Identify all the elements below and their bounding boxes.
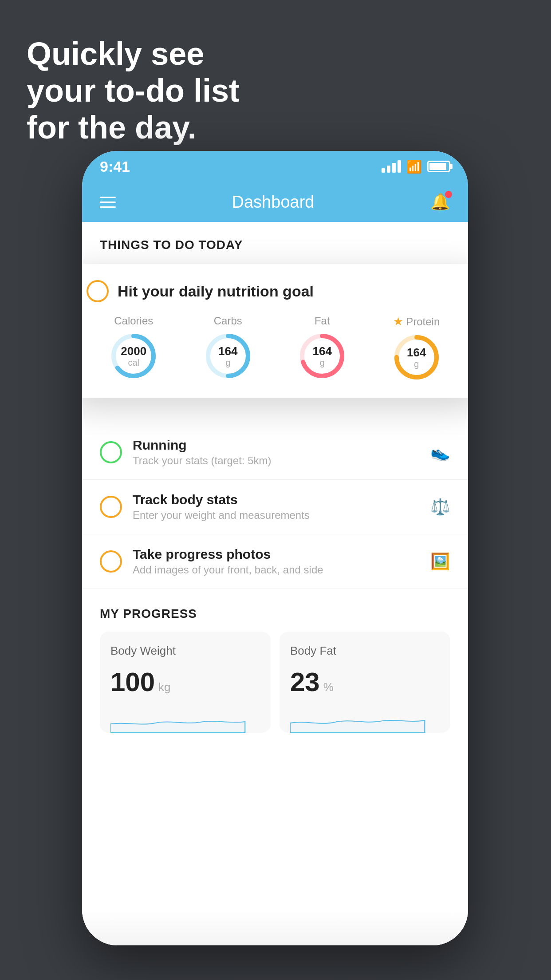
battery-icon [427,161,450,172]
body-fat-number: 23 [290,667,320,697]
body-weight-unit: kg [158,680,170,694]
todo-item-running[interactable]: Running Track your stats (target: 5km) 👟 [82,425,468,480]
calories-unit: cal [121,357,146,367]
nutrition-card-title: Hit your daily nutrition goal [118,283,314,300]
bottom-fade [82,910,468,945]
protein-label-row: ★ Protein [393,315,440,328]
body-stats-subtitle: Enter your weight and measurements [133,509,420,522]
fat-donut: 164 g [298,332,346,380]
main-content: THINGS TO DO TODAY Hit your daily nutrit… [82,222,468,945]
body-fat-label: Body Fat [290,644,440,658]
signal-icon [382,160,401,173]
calories-item: Calories 2000 cal [109,315,158,380]
hero-text: Quickly see your to-do list for the day. [27,36,240,146]
protein-label: Protein [406,316,440,328]
photos-title: Take progress photos [133,547,420,562]
status-icons: 📶 [382,159,450,174]
todo-item-photos[interactable]: Take progress photos Add images of your … [82,534,468,589]
fat-value: 164 [313,345,332,358]
nutrition-card: Hit your daily nutrition goal Calories 2… [82,264,468,398]
photos-checkbox[interactable] [100,550,122,573]
progress-section: MY PROGRESS Body Weight 100 kg [82,589,468,733]
hero-line3: for the day. [27,109,240,146]
calories-label: Calories [114,315,153,327]
body-fat-card[interactable]: Body Fat 23 % [279,632,450,733]
todo-list: Running Track your stats (target: 5km) 👟… [82,425,468,589]
calories-donut: 2000 cal [109,332,158,380]
body-weight-card[interactable]: Body Weight 100 kg [100,632,271,733]
carbs-label: Carbs [214,315,242,327]
body-weight-number: 100 [110,667,155,697]
body-stats-title: Track body stats [133,492,420,507]
todo-item-body-stats[interactable]: Track body stats Enter your weight and m… [82,480,468,534]
protein-value: 164 [407,346,426,359]
protein-donut: 164 g [392,333,441,382]
bell-icon[interactable]: 🔔 [430,193,450,211]
nutrition-row: Calories 2000 cal Carbs [87,315,464,382]
carbs-item: Carbs 164 g [204,315,252,380]
notification-badge [445,191,452,198]
progress-cards: Body Weight 100 kg Body Fat 23 [100,632,450,733]
hero-line1: Quickly see [27,36,240,72]
calories-value: 2000 [121,345,146,358]
body-weight-chart [110,706,260,733]
app-header: Dashboard 🔔 [82,182,468,222]
photos-subtitle: Add images of your front, back, and side [133,564,420,576]
body-fat-value-row: 23 % [290,667,440,697]
running-subtitle: Track your stats (target: 5km) [133,454,420,467]
person-icon: 🖼️ [430,552,450,571]
phone-mockup: 9:41 📶 Dashboard 🔔 THINGS TO DO TOD [82,151,468,945]
carbs-value: 164 [218,345,237,358]
things-to-do-header: THINGS TO DO TODAY [82,222,468,261]
wifi-icon: 📶 [406,159,422,174]
hero-line2: your to-do list [27,72,240,109]
hamburger-menu-button[interactable] [100,197,116,208]
carbs-donut: 164 g [204,332,252,380]
running-checkbox[interactable] [100,441,122,463]
nutrition-checkbox[interactable] [87,280,109,302]
progress-title: MY PROGRESS [100,607,450,621]
status-time: 9:41 [100,158,130,175]
status-bar: 9:41 📶 [82,151,468,182]
body-fat-chart [290,706,440,733]
protein-unit: g [407,359,426,368]
body-weight-value-row: 100 kg [110,667,260,697]
star-icon: ★ [393,315,403,328]
body-weight-label: Body Weight [110,644,260,658]
body-stats-checkbox[interactable] [100,496,122,518]
shoe-icon: 👟 [430,443,450,462]
fat-label: Fat [315,315,330,327]
header-title: Dashboard [232,193,315,212]
fat-unit: g [313,357,332,367]
body-fat-unit: % [323,680,334,694]
running-title: Running [133,438,420,453]
scale-icon: ⚖️ [430,498,450,516]
fat-item: Fat 164 g [298,315,346,380]
protein-item: ★ Protein 164 g [392,315,441,382]
carbs-unit: g [218,357,237,367]
